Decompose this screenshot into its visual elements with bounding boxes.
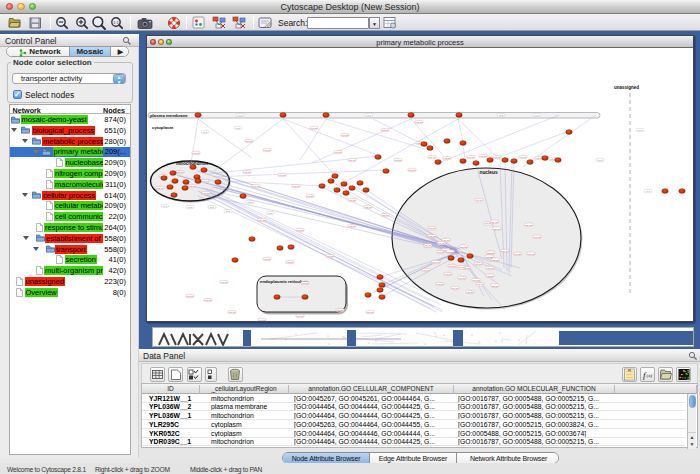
svg-text:(yb..w): (yb..w) [296, 315, 303, 318]
svg-text:(yb..w): (yb..w) [534, 236, 541, 239]
svg-text:(yb..w): (yb..w) [444, 273, 451, 276]
svg-text:(t..t): (t..t) [499, 114, 503, 117]
svg-text:(t..t): (t..t) [535, 114, 539, 117]
svg-text:(yb..w): (yb..w) [428, 235, 435, 238]
svg-text:(yb..w): (yb..w) [306, 195, 313, 198]
svg-text:(yb..w): (yb..w) [424, 244, 431, 247]
svg-text:(t..t): (t..t) [238, 114, 242, 117]
svg-text:(yb..w): (yb..w) [348, 159, 355, 162]
svg-text:(yb..w): (yb..w) [186, 295, 193, 298]
svg-text:(yb..w): (yb..w) [364, 206, 371, 209]
svg-text:(yb..w): (yb..w) [348, 225, 355, 228]
svg-text:(yb..w): (yb..w) [479, 155, 486, 158]
svg-text:(yb..w): (yb..w) [243, 171, 250, 174]
svg-text:(yb..w): (yb..w) [428, 227, 435, 230]
svg-text:(yb..w): (yb..w) [432, 261, 439, 264]
svg-text:(yb..w): (yb..w) [292, 185, 299, 188]
svg-text:(yb..w): (yb..w) [348, 199, 355, 202]
svg-text:(yb..w): (yb..w) [252, 185, 259, 188]
svg-text:(yb..w): (yb..w) [451, 287, 458, 290]
svg-text:(yb..w): (yb..w) [394, 159, 401, 162]
svg-text:(t..t): (t..t) [646, 190, 650, 193]
svg-text:(yb..w): (yb..w) [460, 246, 467, 249]
svg-text:(yb..w): (yb..w) [475, 199, 482, 202]
svg-text:(yb..w): (yb..w) [476, 283, 483, 286]
svg-text:(yb..w): (yb..w) [491, 221, 498, 224]
svg-text:(yb..w): (yb..w) [514, 253, 521, 256]
svg-text:(yb..w): (yb..w) [492, 259, 499, 262]
svg-text:(yb..w): (yb..w) [381, 129, 388, 132]
svg-text:cytoplasm: cytoplasm [152, 125, 173, 130]
svg-text:(yb..w): (yb..w) [491, 285, 498, 288]
svg-text:(yb..w): (yb..w) [326, 255, 333, 258]
svg-text:(t..t): (t..t) [248, 201, 252, 204]
svg-text:(yb..w): (yb..w) [467, 156, 474, 159]
svg-text:(yb..w): (yb..w) [310, 127, 317, 130]
svg-text:(t..t): (t..t) [210, 206, 214, 209]
svg-text:(t..t): (t..t) [638, 129, 642, 132]
svg-text:(t..t): (t..t) [367, 114, 371, 117]
svg-text:(t..t): (t..t) [268, 212, 272, 215]
svg-text:(yb..w): (yb..w) [493, 228, 500, 231]
svg-text:(yb..w): (yb..w) [458, 266, 465, 269]
svg-text:(yb..w): (yb..w) [519, 156, 526, 159]
svg-text:(yb..w): (yb..w) [408, 169, 415, 172]
svg-text:(yb..w): (yb..w) [528, 253, 535, 256]
svg-text:(yb..w): (yb..w) [436, 283, 443, 286]
svg-text:(x): (x) [647, 373, 653, 378]
svg-text:(yb..w): (yb..w) [336, 309, 343, 312]
svg-text:(yb..w): (yb..w) [188, 185, 195, 188]
svg-text:(yb..w): (yb..w) [447, 251, 454, 254]
svg-text:(yb..w): (yb..w) [245, 140, 252, 143]
svg-text:(yb..w): (yb..w) [428, 156, 435, 159]
svg-text:(yb..w): (yb..w) [366, 311, 373, 314]
svg-text:(yb..w): (yb..w) [486, 267, 493, 270]
svg-text:(yb..w): (yb..w) [486, 256, 493, 259]
svg-text:(yb..w): (yb..w) [486, 275, 493, 278]
svg-text:(yb..w): (yb..w) [334, 151, 341, 154]
svg-text:(t..t): (t..t) [226, 210, 230, 213]
svg-text:(yb..w): (yb..w) [448, 265, 455, 268]
svg-text:(yb..w): (yb..w) [258, 219, 265, 222]
svg-text:(yb..w): (yb..w) [286, 261, 293, 264]
svg-text:Search:: Search: [278, 18, 307, 28]
svg-text:plasma membrane: plasma membrane [150, 113, 188, 118]
svg-text:(yb..w): (yb..w) [487, 252, 494, 255]
svg-text:(t..t): (t..t) [236, 127, 240, 130]
svg-text:nucleus: nucleus [480, 170, 498, 175]
svg-text:(yb..w): (yb..w) [263, 258, 270, 261]
svg-text:(t..t): (t..t) [203, 131, 207, 134]
svg-text:(yb..w): (yb..w) [458, 277, 465, 280]
svg-text:(yb..w): (yb..w) [228, 311, 235, 314]
svg-text:(yb..w): (yb..w) [278, 174, 285, 177]
svg-text:(yb..w): (yb..w) [201, 180, 208, 183]
svg-text:(yb..w): (yb..w) [415, 121, 422, 124]
svg-text:(yb..w): (yb..w) [438, 242, 445, 245]
svg-text:(yb..w): (yb..w) [204, 299, 211, 302]
svg-text:(yb..w): (yb..w) [192, 152, 199, 155]
svg-text:1:1: 1:1 [113, 20, 119, 25]
svg-text:(yb..w): (yb..w) [493, 156, 500, 159]
svg-text:(t..t): (t..t) [163, 205, 167, 208]
svg-text:(yb..w): (yb..w) [525, 224, 532, 227]
svg-text:(yb..w): (yb..w) [176, 171, 183, 174]
svg-text:(yb..w): (yb..w) [202, 192, 209, 195]
svg-text:(yb..w): (yb..w) [263, 149, 270, 152]
svg-text:(yb..w): (yb..w) [443, 157, 450, 160]
svg-text:(t..t): (t..t) [598, 159, 602, 162]
svg-text:(yb..w): (yb..w) [422, 269, 429, 272]
svg-text:(yb..w): (yb..w) [156, 187, 163, 190]
svg-text:(yb..w): (yb..w) [341, 134, 348, 137]
svg-text:(yb..w): (yb..w) [501, 250, 508, 253]
svg-text:(yb..w): (yb..w) [258, 319, 265, 321]
svg-text:(yb..w): (yb..w) [301, 282, 308, 285]
svg-text:mitochondrion: mitochondrion [176, 161, 208, 166]
svg-text:(yb..w): (yb..w) [296, 229, 303, 232]
svg-text:(yb..w): (yb..w) [466, 291, 473, 294]
svg-text:(yb..w): (yb..w) [472, 279, 479, 282]
svg-text:(yb..w): (yb..w) [381, 214, 388, 217]
svg-text:(yb..w): (yb..w) [474, 263, 481, 266]
svg-text:unassigned: unassigned [614, 85, 639, 90]
svg-text:(yb..w): (yb..w) [220, 281, 227, 284]
svg-text:(t..t): (t..t) [188, 206, 192, 209]
